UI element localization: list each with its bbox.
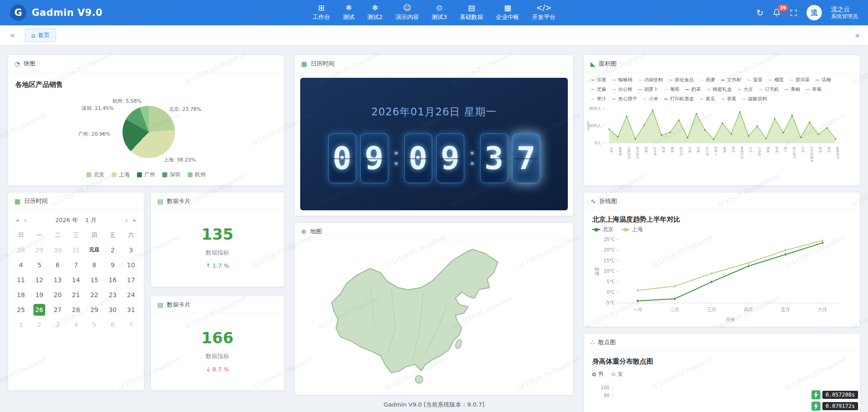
- area-legend-item-黄瓜[interactable]: ~黄瓜: [699, 96, 715, 102]
- calendar-day[interactable]: 4: [67, 317, 85, 332]
- china-map-svg[interactable]: [323, 243, 545, 392]
- area-legend-item-小米[interactable]: ~小米: [642, 96, 658, 102]
- area-legend-item-胡萝卜[interactable]: ~胡萝卜: [638, 86, 659, 93]
- user-menu[interactable]: 流之云 系统管理员: [831, 5, 858, 20]
- calendar-day[interactable]: 6: [48, 257, 67, 272]
- calendar-day[interactable]: 25: [12, 302, 30, 317]
- calendar-day[interactable]: 29: [85, 302, 104, 317]
- collapse-tabs-icon[interactable]: «: [8, 30, 17, 40]
- area-legend-item-办公椅[interactable]: ~办公椅: [612, 86, 632, 93]
- area-legend-item-洋葱[interactable]: ~洋葱: [590, 77, 606, 83]
- area-legend-item-大豆[interactable]: ~大豆: [737, 86, 753, 93]
- calendar-day[interactable]: 14: [67, 272, 85, 287]
- area-legend-item-文件柜[interactable]: ~文件柜: [721, 77, 741, 83]
- notifications-button[interactable]: 39: [773, 9, 781, 17]
- china-mainland-shape[interactable]: [332, 249, 498, 373]
- area-legend-item-燕麦[interactable]: ~燕麦: [699, 77, 715, 83]
- avatar[interactable]: 流: [807, 5, 822, 20]
- calendar-day[interactable]: 15: [85, 272, 104, 287]
- area-legend-item-打印机墨盒[interactable]: ~打印机墨盒: [664, 96, 694, 102]
- pie-legend-item-北京[interactable]: 北京: [86, 171, 104, 179]
- calendar-day[interactable]: 30: [104, 302, 122, 317]
- calendar-day[interactable]: 10: [122, 257, 140, 272]
- line-legend-item-上海[interactable]: 上海: [622, 226, 643, 233]
- line-legend-item-北京[interactable]: 北京: [592, 226, 613, 233]
- area-legend-item-夹心饼干[interactable]: ~夹心饼干: [612, 96, 637, 102]
- china-map[interactable]: [295, 240, 573, 395]
- next-year-button[interactable]: »: [130, 217, 138, 224]
- calendar-day[interactable]: 元旦: [85, 242, 104, 257]
- calendar-day[interactable]: 1: [12, 317, 30, 332]
- calendar-day[interactable]: 17: [122, 272, 140, 287]
- nav-item-工作台[interactable]: ⊞工作台: [307, 2, 336, 23]
- area-legend-item-葡萄[interactable]: ~葡萄: [664, 86, 679, 93]
- pie-legend-item-杭州[interactable]: 杭州: [188, 171, 206, 179]
- calendar-day[interactable]: 18: [12, 287, 30, 302]
- area-chart[interactable]: 0人400人800人num洋葱猕猴桃功能饮料膨化食品燕麦文件柜菠菜榴莲普洱茶话梅…: [584, 104, 845, 182]
- calendar-day[interactable]: 4: [12, 257, 30, 272]
- calendar-day[interactable]: 29: [30, 242, 49, 257]
- calendar-year-label[interactable]: 2026 年: [55, 216, 78, 224]
- pie-legend-item-上海[interactable]: 上海: [112, 171, 130, 179]
- calendar-day[interactable]: 5: [85, 317, 104, 332]
- area-legend-item-果汁[interactable]: ~果汁: [590, 96, 606, 102]
- calendar-day[interactable]: 22: [85, 287, 104, 302]
- calendar-day[interactable]: 5: [30, 257, 49, 272]
- area-legend-item-香蕉[interactable]: ~香蕉: [721, 96, 736, 102]
- calendar-day[interactable]: 28: [12, 242, 30, 257]
- area-legend-item-猕猴桃[interactable]: ~猕猴桃: [612, 77, 632, 83]
- calendar-day[interactable]: 26: [30, 302, 49, 317]
- calendar-day[interactable]: 7: [122, 317, 140, 332]
- calendar-day[interactable]: 2: [30, 317, 49, 332]
- pie-legend-item-广州[interactable]: 广州: [137, 171, 155, 179]
- area-legend-item-话梅[interactable]: ~话梅: [815, 77, 831, 83]
- fullscreen-button[interactable]: [790, 9, 797, 17]
- brand[interactable]: G Gadmin V9.0: [10, 5, 146, 21]
- calendar-day[interactable]: 2: [104, 242, 122, 257]
- calendar-day[interactable]: 31: [67, 242, 85, 257]
- nav-item-基础数据[interactable]: ▤基础数据: [454, 2, 489, 23]
- calendar-day[interactable]: 30: [48, 242, 67, 257]
- pie-circle[interactable]: [123, 106, 175, 158]
- pie-legend-item-深圳[interactable]: 深圳: [162, 171, 180, 179]
- area-legend-item-芝麻[interactable]: ~芝麻: [590, 86, 606, 93]
- area-legend-item-奶茶[interactable]: ~奶茶: [685, 86, 701, 93]
- calendar-day[interactable]: 3: [48, 317, 67, 332]
- nav-item-测试[interactable]: ❄测试: [337, 2, 360, 23]
- calendar-day[interactable]: 7: [67, 257, 85, 272]
- calendar-day[interactable]: 8: [85, 257, 104, 272]
- nav-item-开发平台[interactable]: </>开发平台: [526, 2, 561, 23]
- calendar-day[interactable]: 20: [48, 287, 67, 302]
- calendar-day[interactable]: 31: [122, 302, 140, 317]
- refresh-icon[interactable]: ↻: [756, 9, 764, 17]
- area-legend-item-蜂蜜礼盒[interactable]: ~蜂蜜礼盒: [706, 86, 731, 93]
- area-legend-item-普洱茶[interactable]: ~普洱茶: [789, 77, 810, 83]
- calendar-day[interactable]: 11: [12, 272, 30, 287]
- prev-year-button[interactable]: «: [14, 217, 22, 224]
- calendar-day[interactable]: 9: [104, 257, 122, 272]
- nav-item-企业中枢[interactable]: ▦企业中枢: [490, 2, 525, 23]
- hainan-shape[interactable]: [415, 375, 423, 383]
- area-legend-item-草莓[interactable]: ~草莓: [806, 86, 821, 93]
- calendar-day[interactable]: 19: [30, 287, 49, 302]
- calendar-day[interactable]: 28: [67, 302, 85, 317]
- calendar-day[interactable]: 12: [30, 272, 49, 287]
- area-legend-item-青椒[interactable]: ~青椒: [784, 86, 800, 93]
- area-legend-item-菠菜[interactable]: ~菠菜: [746, 77, 762, 83]
- area-legend-item-订书机[interactable]: ~订书机: [758, 86, 779, 93]
- calendar-day[interactable]: 23: [104, 287, 122, 302]
- area-legend-item-榴莲[interactable]: ~榴莲: [768, 77, 783, 83]
- prev-month-button[interactable]: ‹: [22, 217, 29, 224]
- scatter-legend-item-男[interactable]: 男: [592, 370, 604, 378]
- calendar-day[interactable]: 6: [104, 317, 122, 332]
- nav-item-演示内容[interactable]: ☺演示内容: [390, 2, 425, 23]
- nav-item-测试2[interactable]: ❄测试2: [361, 2, 388, 23]
- area-legend-item-膨化食品[interactable]: ~膨化食品: [669, 77, 694, 83]
- tab-home[interactable]: ⌂ 首页: [25, 28, 56, 42]
- calendar-day[interactable]: 27: [48, 302, 67, 317]
- pie-chart[interactable]: 各地区产品销售 北京: 23.78%上海: 38.23%广州: 20.96%深圳…: [8, 72, 284, 185]
- nav-item-测试3[interactable]: ⊙测试3: [426, 2, 453, 23]
- taiwan-shape[interactable]: [454, 339, 462, 349]
- calendar-day[interactable]: 16: [104, 272, 122, 287]
- area-legend-item-功能饮料[interactable]: ~功能饮料: [638, 77, 663, 83]
